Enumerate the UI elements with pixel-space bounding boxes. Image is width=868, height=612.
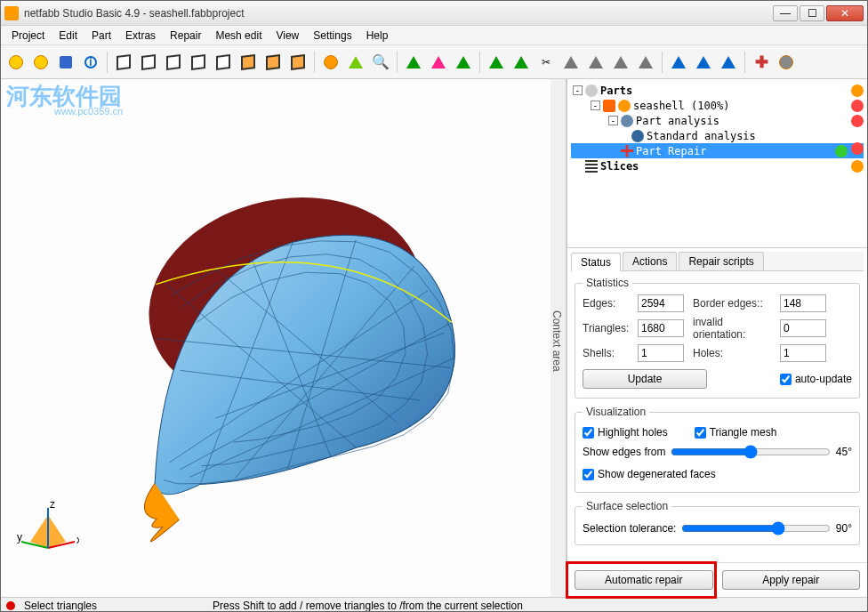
tb-cut[interactable]: ✂ [534, 51, 558, 74]
menu-part[interactable]: Part [84, 28, 118, 44]
menu-edit[interactable]: Edit [52, 28, 84, 44]
selection-tolerance-slider[interactable] [681, 521, 830, 536]
toolbar: i 🔍 ✂ ✚ [1, 45, 867, 79]
menu-settings[interactable]: Settings [306, 28, 358, 44]
mesh-render [1, 88, 534, 586]
tb-sphere[interactable] [319, 51, 342, 74]
automatic-repair-button[interactable]: Automatic repair [575, 570, 713, 590]
tb-new[interactable] [4, 51, 28, 74]
surface-selection-legend: Surface selection [583, 500, 671, 512]
tb-sel2[interactable] [510, 51, 533, 74]
plus-icon: ✚ [755, 52, 768, 72]
holes-field[interactable] [780, 344, 826, 362]
tb-info[interactable]: i [79, 51, 102, 74]
tb-g2[interactable] [584, 51, 607, 74]
degenerated-faces-checkbox[interactable] [583, 469, 594, 480]
tb-nav2[interactable] [427, 51, 450, 74]
close-button[interactable]: ✕ [826, 5, 864, 21]
folder-icon[interactable] [851, 160, 864, 173]
menu-repair[interactable]: Repair [163, 28, 208, 44]
tb-box6[interactable] [237, 51, 260, 74]
tb-sel1[interactable] [485, 51, 508, 74]
highlight-holes-checkbox[interactable] [583, 427, 594, 439]
tb-tri[interactable] [344, 51, 367, 74]
tb-last[interactable] [775, 51, 798, 74]
tb-b2[interactable] [692, 51, 715, 74]
tab-repair-scripts[interactable]: Repair scripts [679, 252, 763, 270]
tab-status[interactable]: Status [571, 253, 621, 271]
tb-nav1[interactable] [402, 51, 425, 74]
delete-icon[interactable] [851, 115, 864, 127]
menu-project[interactable]: Project [4, 28, 52, 44]
tb-save[interactable] [54, 51, 77, 74]
shells-field[interactable] [638, 344, 684, 362]
selection-tolerance-label: Selection tolerance: [583, 522, 676, 535]
tb-zoom[interactable]: 🔍 [369, 51, 392, 74]
update-button[interactable]: Update [583, 369, 707, 389]
tb-box5[interactable] [212, 51, 235, 74]
show-edges-value: 45° [836, 446, 852, 458]
tree-standard[interactable]: Standard analysis [647, 130, 756, 142]
parts-tree[interactable]: -Parts -seashell (100%) -Part analysis S… [567, 79, 867, 248]
minimize-button[interactable]: — [773, 5, 798, 21]
tb-open[interactable] [29, 51, 52, 74]
menu-mesh-edit[interactable]: Mesh edit [208, 28, 269, 44]
tb-g4[interactable] [634, 51, 657, 74]
search-icon: 🔍 [372, 53, 390, 70]
tb-repair[interactable]: ✚ [750, 51, 773, 74]
tb-box3[interactable] [162, 51, 185, 74]
tree-repair[interactable]: Part Repair [636, 145, 706, 157]
statistics-legend: Statistics [583, 277, 632, 289]
context-area-label[interactable]: Context area [551, 79, 567, 597]
auto-update-checkbox[interactable] [780, 374, 792, 385]
tabs: Status Actions Repair scripts [571, 252, 864, 271]
menu-extras[interactable]: Extras [118, 28, 163, 44]
tree-analysis[interactable]: Part analysis [636, 115, 719, 127]
delete-icon[interactable] [851, 142, 864, 155]
repair-cross-icon [621, 145, 633, 157]
tb-box2[interactable] [137, 51, 160, 74]
show-edges-slider[interactable] [671, 445, 830, 459]
tb-b3[interactable] [717, 51, 740, 74]
tb-g3[interactable] [609, 51, 632, 74]
triangles-label: Triangles: [583, 322, 632, 334]
holes-label: Holes: [693, 347, 775, 359]
tb-box8[interactable] [286, 51, 309, 74]
tree-slices[interactable]: Slices [600, 160, 639, 173]
globe-icon [631, 130, 644, 142]
border-edges-label: Border edges:: [693, 297, 775, 310]
expand-icon[interactable]: - [573, 85, 583, 95]
menu-view[interactable]: View [269, 28, 306, 44]
tab-actions[interactable]: Actions [623, 252, 677, 270]
check-icon[interactable] [835, 145, 848, 157]
edges-field[interactable] [638, 294, 684, 312]
delete-icon[interactable] [851, 100, 864, 112]
eye-icon [618, 100, 631, 112]
tb-box7[interactable] [261, 51, 285, 74]
invalid-orientation-field[interactable] [780, 319, 826, 337]
right-panel: -Parts -seashell (100%) -Part analysis S… [567, 79, 867, 597]
tree-parts[interactable]: Parts [600, 85, 632, 97]
folder-icon[interactable] [851, 85, 864, 97]
tb-nav3[interactable] [452, 51, 475, 74]
expand-icon[interactable]: - [591, 101, 600, 110]
triangles-field[interactable] [638, 319, 684, 337]
border-edges-field[interactable] [780, 294, 826, 312]
title-bar: netfabb Studio Basic 4.9 - seashell.fabb… [1, 1, 867, 26]
expand-icon[interactable]: - [608, 116, 618, 125]
apply-repair-button[interactable]: Apply repair [722, 570, 861, 590]
tb-box4[interactable] [187, 51, 210, 74]
visualization-group: Visualization Highlight holes Triangle m… [575, 406, 860, 493]
maximize-button[interactable]: ☐ [800, 5, 824, 21]
tb-g1[interactable] [559, 51, 583, 74]
triangle-mesh-checkbox[interactable] [695, 427, 706, 439]
menu-help[interactable]: Help [359, 28, 396, 44]
3d-viewport[interactable]: 河东软件园 www.pc0359.cn x y z [1, 79, 551, 597]
parts-icon [585, 85, 598, 97]
auto-update-label: auto-update [795, 373, 852, 385]
selection-tolerance-value: 90° [836, 522, 852, 535]
tb-box1[interactable] [112, 51, 135, 74]
window-title: netfabb Studio Basic 4.9 - seashell.fabb… [24, 7, 773, 20]
tb-b1[interactable] [667, 51, 690, 74]
tree-seashell[interactable]: seashell (100%) [633, 100, 729, 112]
